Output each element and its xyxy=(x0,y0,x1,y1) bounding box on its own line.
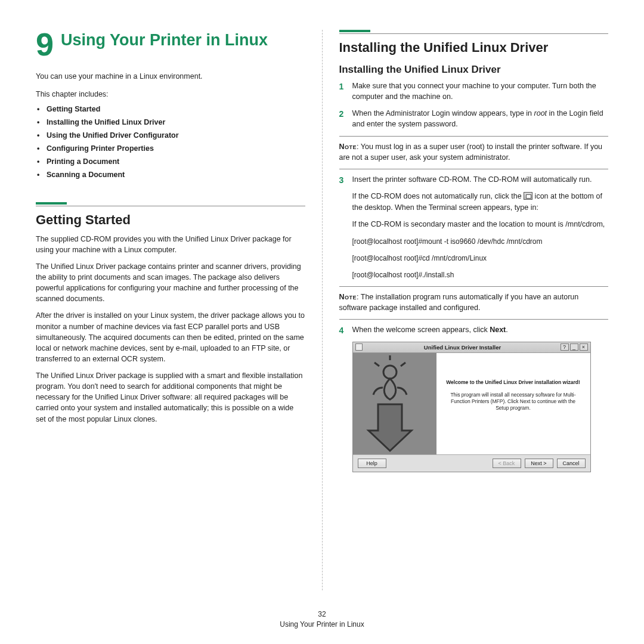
note-rule xyxy=(339,169,609,169)
note-text: : You must log in as a super user (root)… xyxy=(339,143,603,162)
section-heading: Installing the Unified Linux Driver xyxy=(339,40,609,55)
cancel-button[interactable]: Cancel xyxy=(557,459,586,468)
command-line: [root@localhost root]#cd /mnt/cdrom/Linu… xyxy=(352,253,609,264)
section-heading: Getting Started xyxy=(36,212,305,228)
note-label: Note xyxy=(339,143,357,151)
note-block: Note: You must log in as a super user (r… xyxy=(339,141,609,163)
wizard-body: This program will install all necessary … xyxy=(445,392,582,412)
body-paragraph: After the driver is installed on your Li… xyxy=(36,310,305,364)
note-rule xyxy=(339,286,609,287)
step-4: When the welcome screen appears, click N… xyxy=(339,324,609,335)
command-line: [root@localhost root]#mount -t iso9660 /… xyxy=(352,236,609,247)
wizard-heading: Welcome to the Unified Linux Driver inst… xyxy=(445,379,582,386)
install-steps-cont2: When the welcome screen appears, click N… xyxy=(339,324,609,335)
next-button[interactable]: Next > xyxy=(525,459,553,468)
wizard-image xyxy=(353,353,436,454)
step-text: Insert the printer software CD-ROM. The … xyxy=(352,175,592,184)
window-title: Unified Linux Driver Installer xyxy=(365,344,561,351)
intro-text: You can use your machine in a Linux envi… xyxy=(36,71,305,82)
install-steps: Make sure that you connect your machine … xyxy=(339,80,609,130)
page-number: 32 xyxy=(0,610,644,618)
step-2: When the Administrator Login window appe… xyxy=(339,108,609,129)
step-text: . xyxy=(506,326,507,334)
right-column: Installing the Unified Linux Driver Inst… xyxy=(323,30,609,590)
help-button[interactable]: Help xyxy=(358,459,386,468)
section-divider xyxy=(36,206,305,206)
installer-body: Welcome to the Unified Linux Driver inst… xyxy=(353,353,590,455)
note-block: Note: The installation program runs auto… xyxy=(339,292,609,313)
chapter-number: 9 xyxy=(36,30,54,59)
left-column: 9 Using Your Printer in Linux You can us… xyxy=(36,30,322,590)
contents-item: Printing a Document xyxy=(37,156,305,169)
step-text: When the welcome screen appears, click xyxy=(352,326,490,334)
chapter-heading: 9 Using Your Printer in Linux xyxy=(36,30,305,59)
page-footer: 32 Using Your Printer in Linux xyxy=(0,610,644,628)
step-text-bold: Next xyxy=(490,326,506,334)
close-icon[interactable]: × xyxy=(580,343,588,351)
section-divider xyxy=(339,33,609,34)
step-text: Make sure that you connect your machine … xyxy=(352,82,596,101)
body-paragraph: The supplied CD-ROM provides you with th… xyxy=(36,234,305,255)
note-label: Note xyxy=(339,293,357,301)
body-paragraph: The Unified Linux Driver package is supp… xyxy=(36,370,305,425)
back-button[interactable]: < Back xyxy=(493,459,521,468)
step-text: When the Administrator Login window appe… xyxy=(352,109,534,117)
contents-item: Configuring Printer Properties xyxy=(37,143,305,156)
window-icon xyxy=(355,343,363,351)
install-steps-cont: Insert the printer software CD-ROM. The … xyxy=(339,174,609,185)
terminal-instructions: If the CD-ROM does not automatically run… xyxy=(352,191,609,280)
note-rule xyxy=(339,319,609,320)
note-rule xyxy=(339,136,609,137)
body-paragraph: The Unified Linux Driver package contain… xyxy=(36,261,305,305)
includes-label: This chapter includes: xyxy=(36,89,305,100)
installer-window: Unified Linux Driver Installer ? _ × xyxy=(352,342,591,472)
help-button-icon[interactable]: ? xyxy=(561,343,569,351)
window-controls: ? _ × xyxy=(561,343,588,351)
command-line: [root@localhost root]#./install.sh xyxy=(352,270,609,280)
chapter-title: Using Your Printer in Linux xyxy=(61,30,268,49)
section-accent-rule xyxy=(339,30,370,32)
minimize-icon[interactable]: _ xyxy=(570,343,578,351)
chapter-contents-list: Getting Started Installing the Unified L… xyxy=(37,103,305,181)
sub-text: If the CD-ROM is secondary master and th… xyxy=(352,219,609,230)
contents-item: Getting Started xyxy=(37,103,305,116)
section-getting-started: Getting Started The supplied CD-ROM prov… xyxy=(36,202,305,425)
step-text-italic: root xyxy=(534,109,547,117)
contents-item: Installing the Unified Linux Driver xyxy=(37,116,305,129)
terminal-icon xyxy=(524,192,532,200)
step-3: Insert the printer software CD-ROM. The … xyxy=(339,174,609,185)
wizard-text-panel: Welcome to the Unified Linux Driver inst… xyxy=(436,353,590,454)
page-columns: 9 Using Your Printer in Linux You can us… xyxy=(36,30,608,590)
contents-item: Scanning a Document xyxy=(37,169,305,182)
subsection-heading: Installing the Unified Linux Driver xyxy=(339,64,609,76)
section-accent-rule xyxy=(36,202,67,205)
sub-text: If the CD-ROM does not automatically run… xyxy=(352,191,609,213)
footer-title: Using Your Printer in Linux xyxy=(0,620,644,628)
step-1: Make sure that you connect your machine … xyxy=(339,80,609,102)
installer-footer: Help < Back Next > Cancel xyxy=(353,455,590,472)
note-text: : The installation program runs automati… xyxy=(339,293,579,312)
installer-titlebar: Unified Linux Driver Installer ? _ × xyxy=(353,342,590,353)
contents-item: Using the Unified Driver Configurator xyxy=(37,129,305,143)
